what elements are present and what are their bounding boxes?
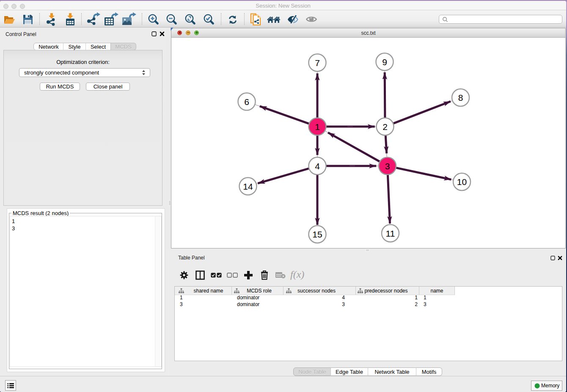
svg-text:10: 10 bbox=[457, 177, 467, 187]
svg-text:14: 14 bbox=[243, 182, 253, 191]
svg-text:4: 4 bbox=[315, 161, 320, 171]
svg-text:15: 15 bbox=[312, 229, 322, 239]
svg-text:11: 11 bbox=[386, 229, 395, 238]
svg-text:3: 3 bbox=[385, 161, 390, 171]
svg-text:1: 1 bbox=[315, 122, 320, 132]
svg-text:2: 2 bbox=[383, 122, 388, 132]
svg-text:7: 7 bbox=[315, 58, 320, 68]
svg-text:8: 8 bbox=[458, 93, 463, 102]
svg-text:6: 6 bbox=[244, 97, 249, 107]
svg-text:9: 9 bbox=[382, 57, 387, 67]
